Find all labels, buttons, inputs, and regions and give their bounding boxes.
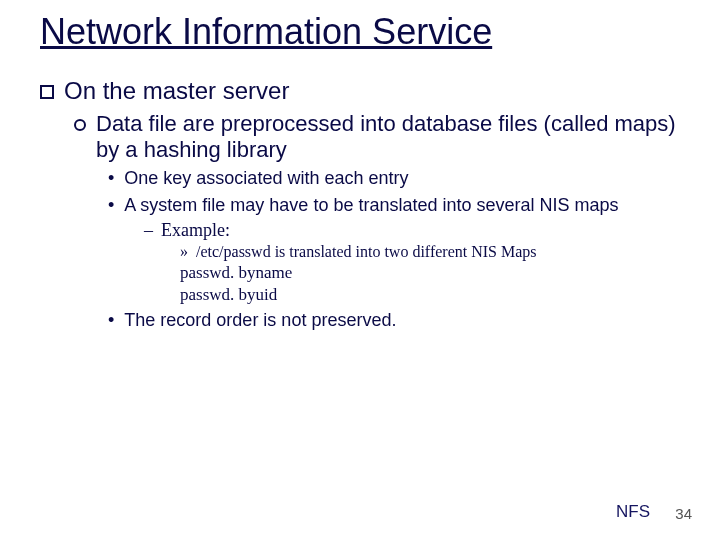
bullet-lvl3: • A system file may have to be translate…	[108, 194, 680, 217]
bullet-lvl4-text: Example:	[161, 220, 680, 241]
footer-label: NFS	[616, 502, 650, 522]
bullet-lvl5-plain: passwd. byuid	[180, 285, 680, 305]
page-number: 34	[675, 505, 692, 522]
dot-bullet-icon: •	[108, 194, 114, 217]
bullet-lvl1: On the master server	[40, 77, 680, 105]
bullet-lvl2-text: Data file are preprocessed into database…	[96, 111, 680, 163]
dash-bullet-icon: –	[144, 220, 153, 241]
bullet-lvl4: – Example:	[144, 220, 680, 241]
bullet-lvl3: • One key associated with each entry	[108, 167, 680, 190]
dot-bullet-icon: •	[108, 309, 114, 332]
bullet-lvl3-text: One key associated with each entry	[124, 167, 680, 190]
bullet-lvl3: • The record order is not preserved.	[108, 309, 680, 332]
square-bullet-icon	[40, 85, 54, 99]
circle-bullet-icon	[74, 119, 86, 131]
slide-title: Network Information Service	[40, 10, 680, 53]
raquo-bullet-icon: »	[180, 243, 188, 261]
bullet-lvl5: » /etc/passwd is translated into two dif…	[180, 243, 680, 261]
bullet-lvl3-text: A system file may have to be translated …	[124, 194, 680, 217]
bullet-lvl3-text: The record order is not preserved.	[124, 309, 680, 332]
bullet-lvl1-text: On the master server	[64, 77, 680, 105]
dot-bullet-icon: •	[108, 167, 114, 190]
bullet-lvl5-text: /etc/passwd is translated into two diffe…	[196, 243, 680, 261]
bullet-lvl2: Data file are preprocessed into database…	[74, 111, 680, 163]
bullet-lvl5-plain: passwd. byname	[180, 263, 680, 283]
slide: Network Information Service On the maste…	[0, 0, 720, 540]
